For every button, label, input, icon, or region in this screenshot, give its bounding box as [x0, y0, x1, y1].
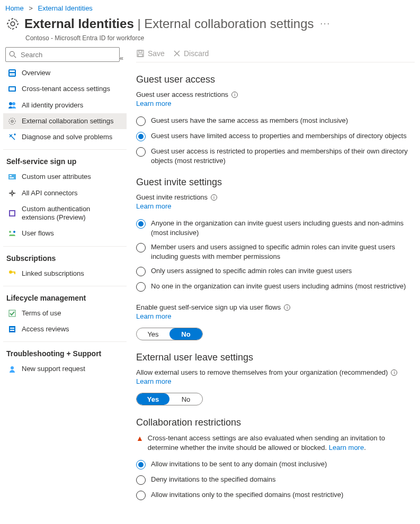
collab-radio-group: Allow invitations to be sent to any doma… [136, 459, 415, 500]
svg-rect-19 [10, 211, 14, 215]
page-header: External Identities | External collabora… [0, 14, 420, 37]
sidebar-item-linked-subscriptions[interactable]: Linked subscriptions [3, 266, 127, 282]
svg-rect-24 [14, 272, 15, 274]
svg-point-13 [14, 134, 15, 135]
toolbar: Save Discard [136, 47, 415, 62]
svg-point-9 [9, 102, 12, 105]
guest-invite-option-1[interactable]: Anyone in the organization can invite gu… [136, 219, 415, 237]
save-button[interactable]: Save [136, 49, 165, 58]
search-input[interactable] [20, 50, 116, 59]
svg-point-20 [9, 231, 11, 233]
section-guest-invite-title: Guest invite settings [136, 177, 415, 188]
sidebar-item-api-connectors[interactable]: All API connectors [3, 185, 127, 201]
sidebar-item-user-flows[interactable]: User flows [3, 225, 127, 241]
cross-tenant-icon [8, 85, 16, 93]
info-icon[interactable]: i [211, 194, 217, 201]
leave-learn-more[interactable]: Learn more [136, 377, 171, 385]
svg-rect-31 [139, 50, 142, 52]
guest-invite-option-2[interactable]: Member users and users assigned to speci… [136, 242, 415, 261]
collab-option-1[interactable]: Allow invitations to be sent to any doma… [136, 459, 415, 469]
svg-rect-32 [138, 54, 142, 57]
self-signup-no[interactable]: No [169, 328, 202, 340]
collab-warning-learn-more[interactable]: Learn more [329, 444, 364, 451]
breadcrumb-separator: > [29, 4, 33, 12]
more-icon[interactable]: ··· [320, 19, 330, 29]
sidebar-item-access-reviews[interactable]: Access reviews [3, 321, 127, 337]
guest-access-option-2[interactable]: Guest users have limited access to prope… [136, 131, 415, 141]
breadcrumb-home[interactable]: Home [5, 4, 24, 12]
self-signup-yes[interactable]: Yes [137, 328, 169, 340]
section-self-service: Self-service sign up [3, 149, 127, 169]
guest-invite-learn-more[interactable]: Learn more [136, 202, 171, 210]
svg-rect-25 [9, 310, 15, 317]
svg-point-17 [11, 192, 13, 194]
sidebar-item-external-collab[interactable]: External collaboration settings [3, 113, 127, 129]
sidebar: « Overview Cross-tenant access settings … [0, 47, 130, 511]
guest-access-option-3[interactable]: Guest user access is restricted to prope… [136, 147, 415, 165]
self-signup-learn-more[interactable]: Learn more [136, 312, 171, 320]
svg-point-21 [13, 231, 15, 233]
svg-rect-8 [10, 87, 15, 91]
section-subscriptions: Subscriptions [3, 246, 127, 266]
collab-option-3[interactable]: Allow invitations only to the specified … [136, 490, 415, 500]
section-leave-title: External user leave settings [136, 352, 415, 363]
self-signup-label: Enable guest self-service sign up via us… [136, 303, 415, 311]
leave-no[interactable]: No [169, 393, 202, 405]
svg-rect-27 [10, 328, 14, 329]
collab-warning: ▲ Cross-tenant access settings are also … [136, 433, 415, 453]
sidebar-item-custom-auth[interactable]: Custom authentication extensions (Previe… [3, 201, 127, 226]
svg-point-11 [11, 120, 13, 122]
guest-invite-option-3[interactable]: Only users assigned to specific admin ro… [136, 266, 415, 276]
page-title: External Identities | External collabora… [24, 16, 314, 31]
sidebar-item-custom-attributes[interactable]: Custom user attributes [3, 169, 127, 185]
sidebar-item-overview[interactable]: Overview [3, 65, 127, 81]
guest-invite-radio-group: Anyone in the organization can invite gu… [136, 219, 415, 292]
warning-icon: ▲ [136, 433, 144, 453]
collab-option-2[interactable]: Deny invitations to the specified domain… [136, 475, 415, 485]
guest-access-learn-more[interactable]: Learn more [136, 100, 171, 107]
page-subtitle: Contoso - Microsoft Entra ID for workfor… [0, 34, 420, 47]
search-input-wrapper[interactable] [5, 47, 120, 62]
diagnose-icon [8, 133, 16, 141]
access-reviews-icon [8, 325, 16, 333]
sidebar-item-terms[interactable]: Terms of use [3, 305, 127, 321]
svg-line-3 [14, 56, 16, 58]
breadcrumb: Home > External Identities [0, 0, 420, 14]
guest-access-option-1[interactable]: Guest users have the same access as memb… [136, 116, 415, 126]
key-icon [8, 269, 16, 278]
main-content: Save Discard Guest user access Guest use… [130, 47, 420, 511]
leave-label: Allow external users to remove themselve… [136, 368, 415, 376]
guest-invite-option-4[interactable]: No one in the organization can invite gu… [136, 282, 415, 292]
leave-toggle[interactable]: Yes No [136, 393, 203, 405]
user-flows-icon [8, 229, 16, 238]
guest-invite-label: Guest invite restrictions i [136, 193, 415, 201]
identity-providers-icon [8, 101, 16, 110]
svg-rect-14 [8, 174, 16, 179]
info-icon[interactable]: i [284, 304, 290, 311]
sidebar-item-new-support[interactable]: New support request [3, 361, 127, 377]
info-icon[interactable]: i [391, 369, 397, 376]
terms-icon [8, 309, 16, 318]
leave-yes[interactable]: Yes [137, 393, 169, 405]
gear-icon [5, 16, 20, 31]
sidebar-item-identity-providers[interactable]: All identity providers [3, 97, 127, 113]
svg-point-2 [10, 51, 14, 56]
title-thin: External collaboration settings [144, 16, 314, 31]
svg-rect-16 [10, 177, 14, 178]
info-icon[interactable]: i [231, 92, 238, 98]
save-icon [136, 49, 145, 58]
sidebar-item-diagnose[interactable]: Diagnose and solve problems [3, 129, 127, 145]
discard-button[interactable]: Discard [173, 49, 209, 58]
discard-icon [173, 50, 181, 57]
search-icon [9, 51, 16, 58]
collapse-sidebar-icon[interactable]: « [120, 51, 127, 62]
svg-rect-6 [10, 73, 15, 76]
breadcrumb-current[interactable]: External Identities [38, 4, 93, 12]
svg-rect-5 [10, 70, 15, 72]
sidebar-item-cross-tenant[interactable]: Cross-tenant access settings [3, 81, 127, 97]
self-signup-toggle[interactable]: Yes No [136, 328, 203, 340]
support-icon [8, 365, 16, 373]
svg-rect-26 [9, 326, 15, 332]
api-connectors-icon [8, 189, 16, 197]
svg-point-10 [12, 102, 15, 105]
